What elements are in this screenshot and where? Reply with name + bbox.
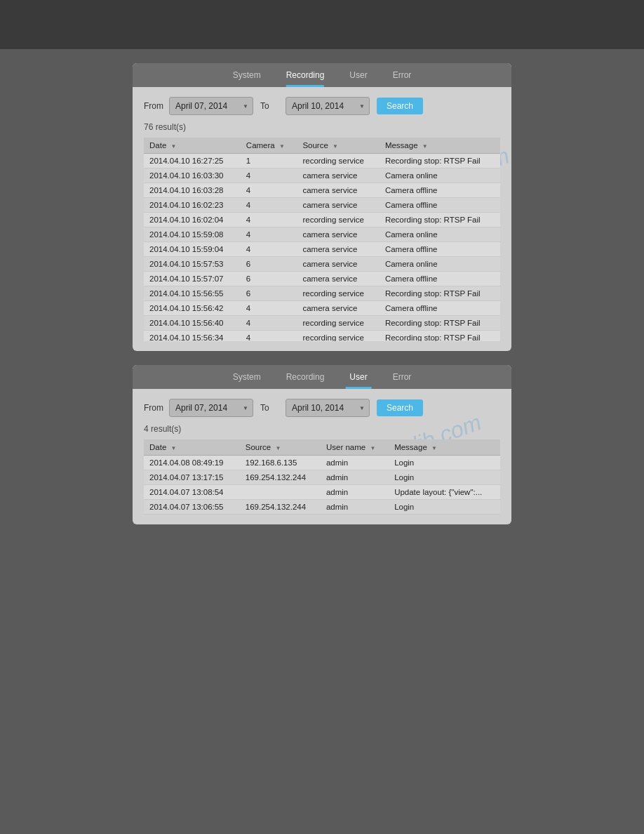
tab-error-1[interactable]: Error [380,63,424,87]
tab-recording-1[interactable]: Recording [274,63,337,87]
cell-source: camera service [297,257,379,272]
from-date-select-1[interactable]: April 07, 2014 [169,97,253,115]
cell-source: camera service [297,272,379,286]
cell-message: Recording stop: RTSP Fail [380,286,500,301]
cell-camera: 4 [241,331,297,342]
cell-source: recording service [297,213,379,227]
cell-date: 2014.04.10 15:56:34 [144,331,241,342]
to-date-select-2[interactable]: April 10, 2014 [286,399,370,417]
from-label-2: From [144,403,165,413]
col-date-2[interactable]: Date ▼ [144,439,240,456]
table-row: 2014.04.08 08:49:19 192.168.6.135 admin … [144,456,500,470]
cell-message: Camera offline [380,198,500,213]
tab-user-2[interactable]: User [337,365,380,389]
user-table-wrapper[interactable]: Date ▼ Source ▼ User name ▼ Message ▼ 20… [144,439,500,515]
cell-message: Camera offline [380,242,500,257]
tab-system-2[interactable]: System [220,365,274,389]
col-source-1[interactable]: Source ▼ [297,138,379,154]
recording-table-wrapper[interactable]: Date ▼ Camera ▼ Source ▼ Message ▼ 2014.… [144,138,500,341]
tab-user-2-label: User [349,372,367,382]
to-date-select-1[interactable]: April 10, 2014 [286,97,370,115]
cell-date: 2014.04.10 15:57:53 [144,257,241,272]
to-label-1: To [260,101,281,111]
tab-system-2-label: System [233,372,261,382]
cell-source: camera service [297,168,379,183]
tab-user-1[interactable]: User [337,63,380,87]
cell-date: 2014.04.07 13:08:54 [144,485,240,500]
cell-message: Recording stop: RTSP Fail [380,213,500,227]
tab-bar-1: System Recording User Error [133,63,511,87]
tab-error-2[interactable]: Error [380,365,424,389]
cell-camera: 1 [241,154,297,168]
col-username-2[interactable]: User name ▼ [321,439,389,456]
panel-recording: manualslib.com System Recording User Err… [133,63,511,351]
recording-table: Date ▼ Camera ▼ Source ▼ Message ▼ 2014.… [144,138,500,341]
cell-source [240,485,321,500]
cell-camera: 4 [241,242,297,257]
col-camera-1[interactable]: Camera ▼ [241,138,297,154]
table-row: 2014.04.10 15:57:07 6 camera service Cam… [144,272,500,286]
tab-error-2-label: Error [393,372,412,382]
cell-camera: 4 [241,316,297,331]
cell-date: 2014.04.10 16:27:25 [144,154,241,168]
table-row: 2014.04.10 16:27:25 1 recording service … [144,154,500,168]
cell-message: Camera offline [380,183,500,198]
table-row: 2014.04.10 15:56:40 4 recording service … [144,316,500,331]
cell-date: 2014.04.10 15:56:40 [144,316,241,331]
cell-camera: 4 [241,213,297,227]
cell-source: recording service [297,331,379,342]
col-message-1[interactable]: Message ▼ [380,138,500,154]
cell-source: 169.254.132.244 [240,470,321,485]
cell-source: camera service [297,183,379,198]
cell-username: admin [321,485,389,500]
table-row: 2014.04.10 16:02:04 4 recording service … [144,213,500,227]
cell-source: recording service [297,316,379,331]
cell-message: Camera offline [380,301,500,316]
table-row: 2014.04.07 13:17:15 169.254.132.244 admi… [144,470,500,485]
cell-camera: 4 [241,227,297,242]
from-label-1: From [144,101,165,111]
tab-system-1[interactable]: System [220,63,274,87]
cell-date: 2014.04.10 15:56:42 [144,301,241,316]
tab-error-1-label: Error [393,70,412,80]
result-count-1: 76 result(s) [144,122,500,132]
cell-message: Recording stop: RTSP Fail [380,316,500,331]
table-row: 2014.04.10 16:02:23 4 camera service Cam… [144,198,500,213]
cell-camera: 6 [241,286,297,301]
tab-recording-2[interactable]: Recording [274,365,337,389]
cell-camera: 4 [241,168,297,183]
cell-camera: 4 [241,183,297,198]
cell-username: admin [321,470,389,485]
from-date-select-2[interactable]: April 07, 2014 [169,399,253,417]
cell-source: camera service [297,227,379,242]
cell-date: 2014.04.10 15:56:55 [144,286,241,301]
cell-date: 2014.04.10 15:59:08 [144,227,241,242]
cell-date: 2014.04.08 08:49:19 [144,456,240,470]
cell-message: Recording stop: RTSP Fail [380,331,500,342]
panel-user: manualslib.com System Recording User Err… [133,365,511,524]
cell-message: Camera online [380,257,500,272]
top-bar [0,0,644,49]
cell-date: 2014.04.10 16:02:23 [144,198,241,213]
table-row: 2014.04.07 13:06:55 169.254.132.244 admi… [144,500,500,515]
cell-message: Camera online [380,168,500,183]
cell-message: Camera offline [380,272,500,286]
search-button-2[interactable]: Search [377,399,423,416]
cell-date: 2014.04.10 16:02:04 [144,213,241,227]
table-row: 2014.04.07 13:08:54 admin Update layout:… [144,485,500,500]
table-row: 2014.04.10 16:03:28 4 camera service Cam… [144,183,500,198]
cell-message: Camera online [380,227,500,242]
tab-user-1-label: User [349,70,367,80]
cell-source: camera service [297,301,379,316]
col-date-1[interactable]: Date ▼ [144,138,241,154]
cell-message: Login [389,456,500,470]
to-label-2: To [260,403,281,413]
cell-username: admin [321,456,389,470]
tab-recording-1-label: Recording [286,70,325,80]
table-row: 2014.04.10 15:56:34 4 recording service … [144,331,500,342]
col-message-2[interactable]: Message ▼ [389,439,500,456]
cell-camera: 4 [241,198,297,213]
col-source-2[interactable]: Source ▼ [240,439,321,456]
search-button-1[interactable]: Search [377,98,423,114]
cell-message: Login [389,470,500,485]
